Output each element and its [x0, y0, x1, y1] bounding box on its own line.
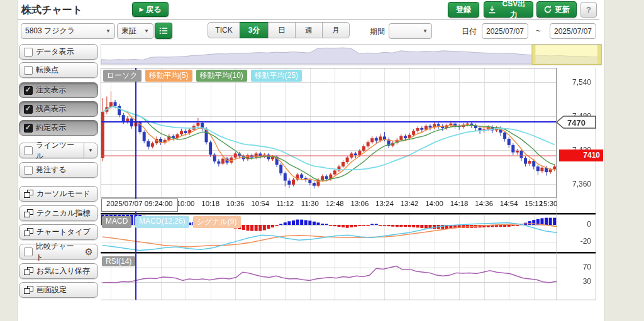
window-cascade-icon: [24, 267, 33, 275]
time-label: 10:54: [247, 200, 274, 207]
macd-tick-label: 0: [556, 220, 591, 229]
chevron-down-icon: ▼: [419, 28, 428, 34]
period-select[interactable]: ▼: [389, 23, 432, 39]
watchlist-button[interactable]: [155, 23, 172, 39]
back-button[interactable]: ▶ 戻る: [132, 2, 169, 17]
interval-tabs: TICK 3分 日 週 月: [208, 22, 350, 38]
sidebar-item-line-tool[interactable]: ラインツール▼: [19, 143, 98, 158]
play-icon: ▶: [139, 6, 143, 13]
macd-legend: MACD MACD(12,26) シグナル(9): [102, 216, 241, 228]
sidebar-item-cursor-mode[interactable]: カーソルモード: [19, 186, 98, 202]
time-label: 10:18: [197, 200, 225, 207]
window-cascade-icon: [24, 286, 33, 294]
tab-month[interactable]: 月: [322, 22, 350, 38]
sidebar-item-balance-display[interactable]: 残高表示: [19, 101, 98, 117]
sidebar-item-compare-chart[interactable]: 比較チャート⚙: [19, 244, 98, 259]
tab-tick[interactable]: TICK: [208, 22, 240, 38]
sidebar-item-label: 注文表示: [36, 85, 66, 95]
time-label: 15:30: [535, 200, 562, 207]
sidebar-item-execution-display[interactable]: 約定表示: [19, 120, 98, 136]
refresh-icon: [543, 5, 552, 14]
checkbox: [24, 48, 33, 57]
sidebar-item-label: 転換点: [36, 65, 58, 75]
page-title: 株式チャート: [21, 4, 82, 17]
legend-signal: シグナル(9): [193, 216, 241, 228]
back-button-label: 戻る: [146, 4, 161, 15]
market-select-value: 東証: [121, 26, 136, 36]
time-label: 11:30: [296, 200, 324, 207]
date-label: 日付: [462, 26, 477, 37]
legend-rsi: RSI(14): [102, 256, 135, 266]
time-label: 13:06: [346, 200, 374, 207]
tab-3min[interactable]: 3分: [240, 22, 269, 38]
last-price-tag: 7410: [559, 150, 603, 161]
crosshair-datetime-box: 2025/07/07 09:24:00: [101, 199, 178, 212]
gear-icon[interactable]: ⚙: [85, 247, 93, 256]
sidebar-item-screen-settings[interactable]: 画面設定: [19, 282, 98, 298]
csv-export-button[interactable]: CSV出力: [484, 1, 533, 18]
order-price-tag[interactable]: 7470: [555, 115, 597, 129]
sidebar-item-turning-point[interactable]: 転換点: [19, 62, 98, 78]
legend-ma25: 移動平均(25): [251, 70, 302, 82]
chevron-down-icon: ▼: [140, 28, 149, 34]
checkbox: [24, 105, 33, 114]
window-cascade-icon: [24, 228, 33, 236]
tab-week[interactable]: 週: [295, 22, 323, 38]
checkbox: [24, 248, 33, 256]
sidebar-item-chart-type[interactable]: チャートタイプ: [19, 224, 98, 240]
list-icon: [159, 26, 168, 35]
sidebar-item-label: ラインツール: [36, 140, 80, 161]
sidebar-item-label: テクニカル指標: [36, 208, 90, 219]
order-price-tag-value: 7470: [567, 118, 586, 128]
sidebar-item-favorite-save[interactable]: お気に入り保存: [19, 263, 98, 279]
sidebar-item-data-display[interactable]: データ表示: [19, 44, 98, 60]
checkbox: [24, 124, 33, 133]
sidebar-item-label: 画面設定: [36, 285, 67, 295]
register-button[interactable]: 登録: [448, 2, 479, 18]
sidebar-item-place-order[interactable]: 発注する: [19, 162, 98, 178]
rsi-tick-label: 70: [556, 263, 591, 271]
time-label: 14:36: [470, 200, 498, 207]
time-label: 13:42: [396, 200, 423, 207]
time-label: 12:48: [321, 200, 348, 207]
main-chart-legend: ローソク 移動平均(5) 移動平均(10) 移動平均(25): [103, 70, 302, 82]
chevron-down-icon: ▼: [102, 28, 111, 34]
stock-chart-app: 株式チャート ▶ 戻る 登録 CSV出力 更新 ? 5803 フジクラ ▼ 東証…: [0, 0, 644, 321]
download-icon: [488, 6, 496, 14]
window-cascade-icon: [24, 190, 33, 198]
header-divider: [18, 19, 599, 19]
period-label: 期間: [370, 26, 385, 37]
sidebar-item-label: 残高表示: [36, 104, 66, 114]
date-range-tilde: ~: [536, 26, 541, 35]
checkbox: [24, 86, 33, 95]
sidebar-item-label: チャートタイプ: [36, 227, 91, 237]
time-label: 14:00: [421, 200, 448, 207]
help-button[interactable]: ?: [580, 2, 597, 18]
refresh-button[interactable]: 更新: [536, 1, 577, 18]
sidebar-item-label: 比較チャート: [36, 241, 82, 263]
macd-tick-label: -20: [556, 237, 591, 246]
symbol-select[interactable]: 5803 フジクラ ▼: [21, 23, 115, 39]
price-tick-label: 7,540: [556, 78, 591, 87]
time-label: 11:12: [271, 200, 299, 207]
price-tick-label: 7,360: [556, 180, 591, 188]
date-from-input[interactable]: [482, 23, 528, 39]
date-to-input[interactable]: [550, 23, 596, 39]
refresh-label: 更新: [555, 4, 570, 15]
csv-export-label: CSV出力: [499, 0, 529, 20]
sidebar-item-label: 発注する: [36, 165, 67, 175]
time-label: 14:54: [495, 200, 523, 207]
sidebar-item-label: カーソルモード: [36, 188, 90, 199]
time-label: 10:36: [221, 200, 249, 207]
tab-day[interactable]: 日: [268, 22, 296, 38]
legend-candle: ローソク: [103, 70, 142, 82]
register-button-label: 登録: [456, 4, 471, 15]
time-label: 13:24: [370, 200, 398, 207]
sidebar-item-label: データ表示: [36, 46, 74, 57]
checkbox: [24, 146, 33, 155]
market-select[interactable]: 東証 ▼: [117, 23, 153, 39]
sidebar-item-order-display[interactable]: 注文表示: [19, 82, 98, 98]
chevron-down-icon[interactable]: ▼: [84, 143, 93, 158]
rsi-tick-label: 30: [556, 277, 591, 286]
sidebar-item-technical-indicator[interactable]: テクニカル指標: [19, 205, 98, 221]
